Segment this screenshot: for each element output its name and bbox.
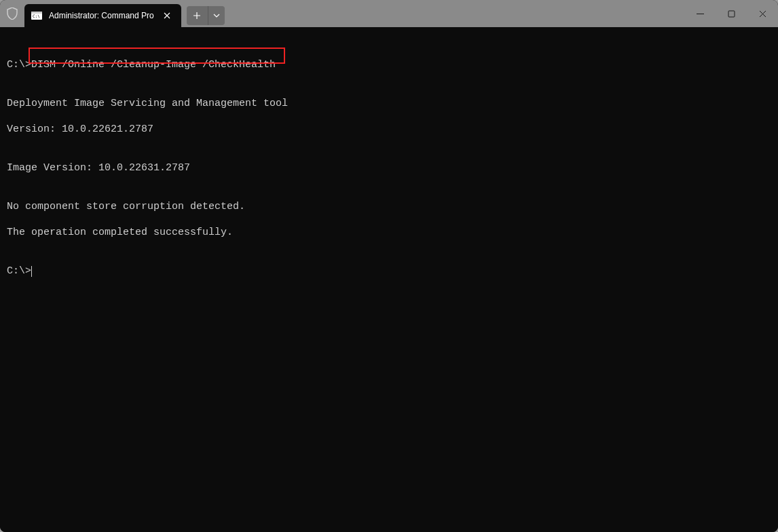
terminal-line: No component store corruption detected. [7,200,771,213]
shield-icon [0,0,24,27]
maximize-button[interactable] [716,0,747,27]
tab-close-button[interactable] [161,10,173,22]
new-tab-button[interactable] [187,6,208,25]
tab-title: Administrator: Command Pro [49,11,154,20]
cursor [31,266,32,277]
window-controls [684,0,778,27]
tab-active[interactable]: C:\ Administrator: Command Pro [24,4,181,27]
svg-text:C:\: C:\ [33,14,40,18]
svg-rect-3 [728,11,735,17]
title-bar: C:\ Administrator: Command Pro [0,0,778,27]
terminal-line: The operation completed successfully. [7,226,771,239]
terminal-line: C:\>DISM /Online /Cleanup-Image /CheckHe… [7,58,771,71]
terminal-prompt: C:\> [7,265,771,278]
terminal-window: C:\ Administrator: Command Pro [0,0,778,532]
close-button[interactable] [747,0,778,27]
tab-actions [187,6,225,25]
terminal-line: Deployment Image Servicing and Managemen… [7,97,771,110]
terminal-body[interactable]: C:\>DISM /Online /Cleanup-Image /CheckHe… [0,27,778,532]
terminal-line: Image Version: 10.0.22631.2787 [7,162,771,174]
minimize-button[interactable] [684,0,716,27]
cmd-icon: C:\ [31,10,42,21]
terminal-line: Version: 10.0.22621.2787 [7,123,771,136]
tab-dropdown-button[interactable] [208,6,225,25]
